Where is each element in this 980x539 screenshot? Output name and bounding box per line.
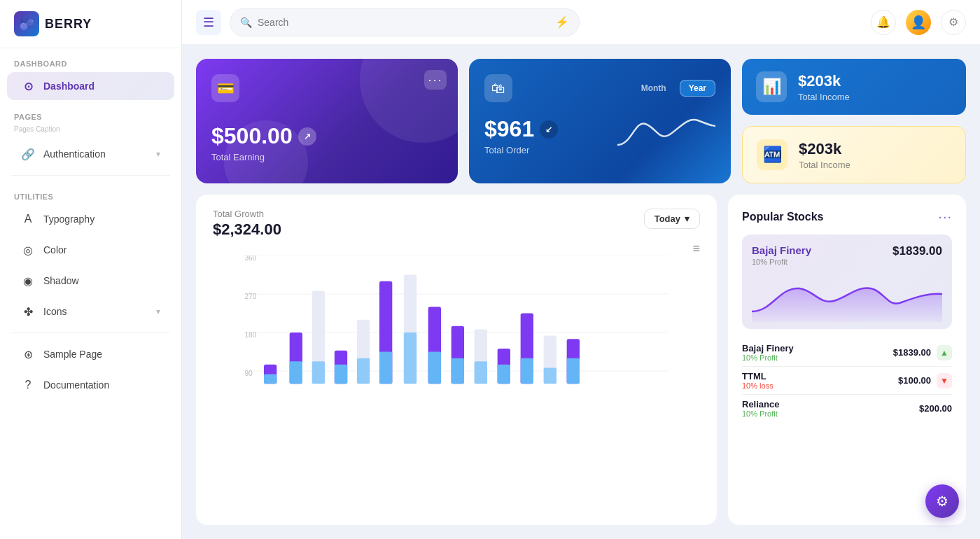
svg-text:360: 360 <box>245 255 257 262</box>
sidebar-item-shadow[interactable]: ◉ Shadow <box>7 267 174 295</box>
sidebar: 🫐 BERRY Dashboard ⊙ Dashboard Pages Page… <box>0 0 182 539</box>
bar-chart-svg: 360 270 180 90 <box>213 255 700 410</box>
order-card: 🛍 Month Year $961 ↙ Total Order <box>469 59 731 183</box>
avatar[interactable]: 👤 <box>906 10 931 35</box>
search-icon: 🔍 <box>240 17 252 28</box>
sidebar-item-documentation[interactable]: ? Documentation <box>7 371 174 399</box>
order-toggle-group: Month Year <box>632 80 715 97</box>
stocks-list: Bajaj Finery 10% Profit $1839.00 ▲ TTML … <box>742 339 952 422</box>
svg-rect-25 <box>451 358 464 384</box>
order-card-icon: 🛍 <box>484 74 512 102</box>
earning-card: ··· 💳 $500.00 ↗ Total Earning <box>196 59 458 183</box>
reliance-price: $200.00 <box>919 403 952 414</box>
documentation-label: Documentation <box>43 379 109 391</box>
growth-title: Total Growth <box>213 209 281 219</box>
income-blue-card: 📊 $203k Total Income <box>742 59 966 115</box>
bottom-row: Total Growth $2,324.00 Today ▾ ≡ <box>196 195 966 525</box>
chevron-down-icon: ▾ <box>156 149 160 159</box>
sidebar-item-dashboard[interactable]: ⊙ Dashboard <box>7 72 174 100</box>
growth-amount: $2,324.00 <box>213 220 281 239</box>
sample-page-icon: ⊛ <box>21 347 35 361</box>
menu-button[interactable]: ☰ <box>196 10 221 35</box>
dashboard-section-label: Dashboard <box>0 48 181 71</box>
authentication-label: Authentication <box>43 148 106 160</box>
income-yellow-info: $203k Total Income <box>799 140 850 170</box>
icons-label: Icons <box>43 306 66 317</box>
ttml-trend-icon: ▼ <box>937 373 952 388</box>
ttml-name: TTML <box>742 371 774 382</box>
bell-icon: 🔔 <box>876 15 890 29</box>
right-stat-cards: 📊 $203k Total Income 🏧 $203k Total Incom… <box>742 59 966 183</box>
income-yellow-card: 🏧 $203k Total Income <box>742 126 966 183</box>
svg-rect-15 <box>335 365 347 384</box>
svg-text:270: 270 <box>245 293 257 300</box>
featured-stock-chart-svg <box>752 273 942 322</box>
chart-area: ≡ 360 270 180 90 <box>213 241 700 525</box>
income-blue-info: $203k Total Income <box>798 72 850 102</box>
menu-icon: ☰ <box>203 15 214 30</box>
earning-amount: $500.00 ↗ <box>211 123 442 149</box>
svg-rect-21 <box>404 332 416 384</box>
svg-rect-11 <box>290 361 302 384</box>
filter-icon[interactable]: ⚡ <box>555 15 569 29</box>
notification-button[interactable]: 🔔 <box>871 10 896 35</box>
sidebar-divider-1 <box>11 175 170 176</box>
brand-name: BERRY <box>45 17 92 31</box>
authentication-icon: 🔗 <box>21 147 35 161</box>
shadow-label: Shadow <box>43 275 79 286</box>
earning-label: Total Earning <box>211 152 442 162</box>
svg-rect-31 <box>521 358 533 384</box>
month-toggle-button[interactable]: Month <box>632 80 676 97</box>
floating-action-button[interactable]: ⚙ <box>925 484 959 518</box>
search-bar: 🔍 ⚡ <box>230 8 580 36</box>
order-amount: $961 ↙ <box>484 116 558 142</box>
today-label: Today <box>654 214 680 224</box>
topbar-right: 🔔 👤 ⚙ <box>871 10 966 35</box>
svg-rect-23 <box>428 352 441 384</box>
typography-label: Typography <box>43 214 94 225</box>
settings-button[interactable]: ⚙ <box>941 10 966 35</box>
year-toggle-button[interactable]: Year <box>680 80 715 97</box>
order-trend-icon: ↙ <box>540 120 558 139</box>
sidebar-item-typography[interactable]: A Typography <box>7 205 174 233</box>
content-area: ··· 💳 $500.00 ↗ Total Earning 🛍 Mont <box>182 45 980 539</box>
sidebar-item-authentication[interactable]: 🔗 Authentication ▾ <box>7 140 174 168</box>
growth-card: Total Growth $2,324.00 Today ▾ ≡ <box>196 195 717 525</box>
bajaj-name: Bajaj Finery <box>742 343 794 354</box>
stocks-more-icon[interactable]: ··· <box>938 209 952 225</box>
bajaj-trend-icon: ▲ <box>937 345 952 360</box>
icons-icon: ✤ <box>21 304 35 318</box>
income-yellow-amount: $203k <box>799 140 850 158</box>
ttml-price: $100.00 <box>898 375 931 386</box>
stocks-featured-chart: Bajaj Finery 10% Profit $1839.00 <box>742 234 952 329</box>
svg-rect-17 <box>357 358 370 384</box>
featured-stock-price: $1839.00 <box>892 244 942 258</box>
stocks-header: Popular Stocks ··· <box>742 209 952 225</box>
sample-page-label: Sample Page <box>43 349 102 360</box>
bajaj-price: $1839.00 <box>893 347 931 358</box>
stock-row-ttml: TTML 10% loss $100.00 ▼ <box>742 367 952 395</box>
order-card-top: 🛍 Month Year <box>484 74 715 102</box>
svg-rect-35 <box>567 358 580 384</box>
order-card-main: $961 ↙ Total Order <box>484 113 715 155</box>
sidebar-item-sample-page[interactable]: ⊛ Sample Page <box>7 340 174 368</box>
sidebar-divider-2 <box>11 332 170 333</box>
sidebar-item-color[interactable]: ◎ Color <box>7 236 174 264</box>
today-filter-button[interactable]: Today ▾ <box>644 209 700 229</box>
svg-text:90: 90 <box>245 370 253 377</box>
cards-row: ··· 💳 $500.00 ↗ Total Earning 🛍 Mont <box>196 59 966 183</box>
sidebar-item-icons[interactable]: ✤ Icons ▾ <box>7 298 174 326</box>
color-label: Color <box>43 244 66 255</box>
income-blue-icon: 📊 <box>756 71 787 102</box>
logo-icon: 🫐 <box>14 11 39 36</box>
utilities-section-label: Utilities <box>0 181 181 204</box>
earning-more-button[interactable]: ··· <box>424 70 447 90</box>
main-area: ☰ 🔍 ⚡ 🔔 👤 ⚙ ··· 💳 <box>182 0 980 539</box>
income-blue-label: Total Income <box>798 92 850 102</box>
chart-menu-icon[interactable]: ≡ <box>692 241 700 256</box>
stock-row-reliance: Reliance 10% Profit $200.00 <box>742 395 952 422</box>
search-input[interactable] <box>258 17 550 28</box>
today-chevron-icon: ▾ <box>685 214 690 224</box>
income-blue-amount: $203k <box>798 72 850 90</box>
order-label: Total Order <box>484 145 558 155</box>
